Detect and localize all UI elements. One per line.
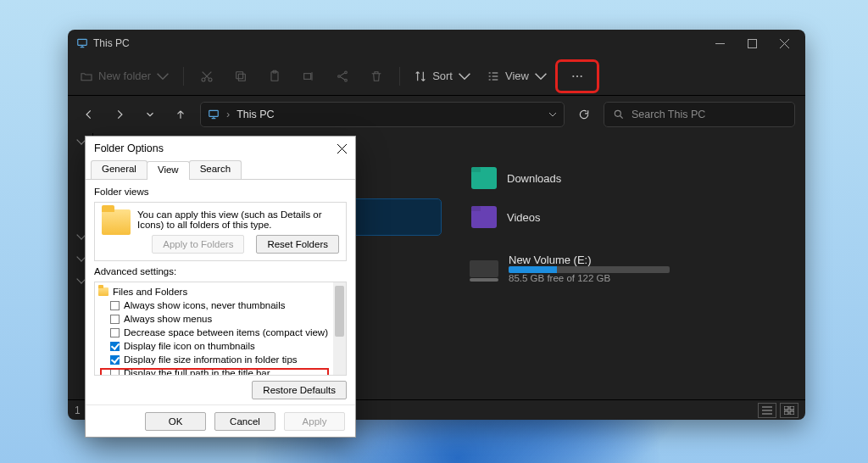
sort-label: Sort: [432, 70, 453, 82]
search-icon: [613, 109, 625, 120]
item-count: 1: [75, 404, 81, 416]
titlebar[interactable]: This PC: [68, 30, 805, 57]
svg-point-12: [572, 75, 574, 76]
details-view-button[interactable]: [758, 403, 776, 418]
folder-options-dialog: Folder Options General View Search Folde…: [85, 136, 356, 438]
reset-folders-button[interactable]: Reset Folders: [256, 235, 339, 254]
folder-views-label: Folder views: [94, 187, 347, 197]
svg-rect-8: [304, 73, 311, 79]
apply-to-folders-button[interactable]: Apply to Folders: [152, 235, 244, 254]
rename-button[interactable]: [294, 62, 323, 91]
chevron-down-icon[interactable]: [548, 110, 557, 119]
tab-general[interactable]: General: [91, 160, 147, 179]
address-bar[interactable]: › This PC: [200, 102, 565, 127]
chevron-down-icon: [156, 70, 170, 83]
close-button[interactable]: [331, 138, 352, 159]
folder-label: Videos: [507, 211, 541, 224]
folder-label: Downloads: [507, 172, 561, 185]
svg-rect-18: [790, 406, 794, 410]
svg-point-14: [581, 75, 582, 76]
dialog-footer: OK Cancel Apply: [86, 404, 355, 437]
new-folder-button[interactable]: New folder: [75, 62, 175, 91]
checkbox[interactable]: [110, 355, 120, 365]
svg-rect-19: [784, 411, 788, 415]
view-button[interactable]: View: [481, 62, 553, 91]
folder-icon: [471, 206, 497, 228]
tab-search[interactable]: Search: [189, 160, 242, 179]
scrollbar-thumb[interactable]: [335, 286, 344, 337]
new-folder-label: New folder: [98, 70, 151, 82]
dialog-title: Folder Options: [94, 142, 164, 154]
breadcrumb: This PC: [236, 109, 274, 120]
folder-icon: [98, 287, 108, 296]
checkbox[interactable]: [110, 301, 120, 310]
checkbox[interactable]: [110, 328, 120, 337]
command-bar: New folder Sort View: [68, 57, 805, 96]
cut-button[interactable]: [192, 62, 221, 91]
svg-point-11: [345, 79, 348, 81]
ok-button[interactable]: OK: [145, 412, 206, 431]
this-pc-icon: [208, 109, 220, 120]
tab-view[interactable]: View: [147, 161, 190, 180]
dialog-titlebar[interactable]: Folder Options: [86, 137, 355, 160]
checkbox[interactable]: [110, 315, 120, 324]
tiles-view-button[interactable]: [780, 403, 798, 418]
svg-rect-20: [790, 411, 794, 415]
folder-icon: [471, 167, 497, 189]
folder-views-desc: You can apply this view (such as Details…: [137, 209, 339, 230]
refresh-button[interactable]: [573, 103, 595, 126]
view-label: View: [505, 70, 529, 82]
copy-button[interactable]: [226, 62, 255, 91]
maximize-button[interactable]: [736, 30, 768, 57]
svg-rect-0: [78, 39, 87, 45]
advanced-settings-label: Advanced settings:: [94, 266, 347, 276]
tree-scrollbar[interactable]: [333, 282, 346, 375]
up-button[interactable]: [170, 103, 192, 126]
svg-point-10: [338, 75, 341, 77]
search-input[interactable]: Search This PC: [604, 102, 795, 127]
nav-row: › This PC Search This PC: [68, 96, 805, 133]
svg-rect-17: [784, 406, 788, 410]
folder-icon: [102, 209, 131, 235]
disk-icon: [470, 260, 498, 277]
usage-bar: [509, 266, 670, 273]
more-button[interactable]: [558, 62, 597, 91]
dialog-tabs: General View Search: [86, 160, 355, 180]
paste-button[interactable]: [260, 62, 289, 91]
checkbox[interactable]: [110, 342, 120, 351]
drive-name: New Volume (E:): [509, 254, 670, 266]
folder-downloads[interactable]: Downloads: [465, 160, 793, 196]
svg-rect-15: [209, 110, 219, 116]
ellipsis-icon: [570, 70, 584, 83]
delete-button[interactable]: [362, 62, 391, 91]
minimize-button[interactable]: [704, 30, 736, 57]
chevron-down-icon: [458, 70, 471, 83]
this-pc-icon: [76, 37, 88, 49]
svg-point-9: [345, 71, 348, 74]
drive-e[interactable]: New Volume (E:) 85.5 GB free of 122 GB: [465, 250, 793, 287]
search-placeholder: Search This PC: [632, 109, 705, 120]
svg-rect-1: [748, 39, 756, 47]
drive-free: 85.5 GB free of 122 GB: [509, 273, 670, 283]
apply-button[interactable]: Apply: [284, 412, 345, 431]
folder-views-group: You can apply this view (such as Details…: [94, 202, 347, 261]
close-button[interactable]: [768, 30, 800, 57]
restore-defaults-button[interactable]: Restore Defaults: [252, 381, 347, 399]
svg-rect-5: [236, 71, 243, 78]
sort-button[interactable]: Sort: [409, 62, 476, 91]
svg-rect-4: [238, 74, 245, 81]
highlight-annotation: [100, 368, 329, 376]
advanced-settings-tree[interactable]: Files and Folders Always show icons, nev…: [94, 282, 347, 376]
window-title: This PC: [93, 37, 130, 49]
share-button[interactable]: [328, 62, 357, 91]
back-button[interactable]: [78, 103, 100, 126]
chevron-down-icon: [534, 70, 548, 83]
recent-locations-button[interactable]: [139, 103, 161, 126]
svg-point-16: [615, 110, 620, 116]
forward-button[interactable]: [108, 103, 131, 126]
folder-videos[interactable]: Videos: [465, 199, 793, 235]
cancel-button[interactable]: Cancel: [214, 412, 275, 431]
svg-point-13: [576, 75, 578, 76]
